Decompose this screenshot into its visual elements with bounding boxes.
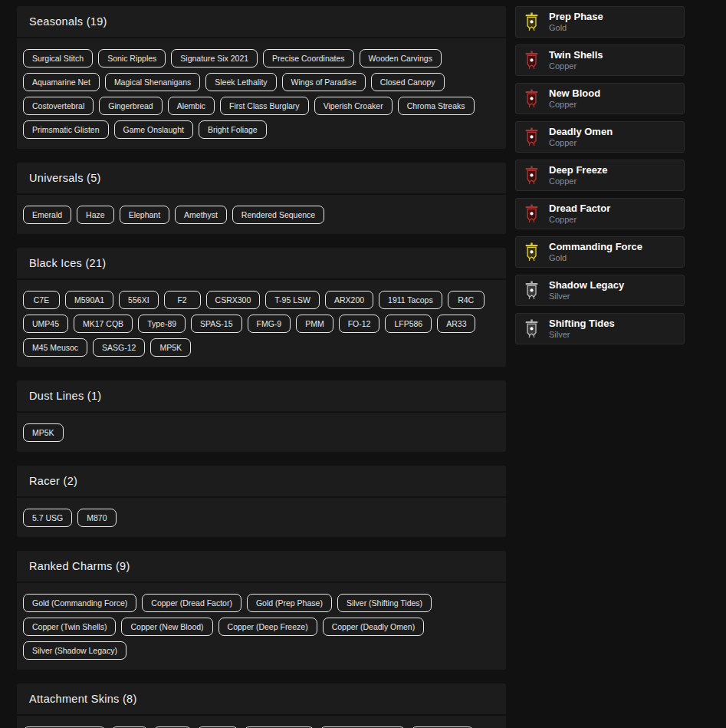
charm-banner-icon (525, 281, 538, 301)
skin-pill[interactable]: Signature Six 2021 (171, 49, 258, 68)
charm-tier-label: Silver (549, 292, 624, 301)
skin-pill[interactable]: Bright Foliage (199, 120, 267, 139)
charm-tier-label: Copper (549, 215, 610, 225)
skin-pill[interactable]: F2 (164, 291, 201, 309)
skin-pill[interactable]: Wooden Carvings (360, 49, 442, 68)
skin-pill[interactable]: Emerald (23, 206, 71, 224)
section-body: Surgical StitchSonic RipplesSignature Si… (17, 38, 506, 149)
skin-pill[interactable]: T-95 LSW (265, 291, 320, 309)
skin-pill[interactable]: Type-89 (138, 315, 186, 333)
skin-pill[interactable]: MK17 CQB (74, 315, 133, 333)
skin-pill[interactable]: Magical Shenanigans (105, 73, 200, 91)
skin-pill[interactable]: M590A1 (65, 291, 113, 309)
charm-name: Deep Freeze (549, 165, 608, 176)
skin-pill[interactable]: Sleek Lethality (205, 73, 276, 91)
charm-card[interactable]: Deadly OmenCopper (515, 121, 685, 153)
skin-pill[interactable]: Alembic (168, 97, 215, 115)
skin-pill[interactable]: Amethyst (175, 206, 227, 224)
skin-pill[interactable]: Wings of Paradise (282, 73, 366, 91)
skin-pill[interactable]: Copper (Deep Freeze) (218, 618, 317, 636)
skin-pill[interactable]: Gingerbread (99, 97, 162, 115)
skin-pill[interactable]: Copper (New Blood) (121, 618, 212, 636)
skin-pill[interactable]: Closed Canopy (371, 73, 445, 91)
charm-name: Commanding Force (549, 242, 642, 252)
skin-pill[interactable]: UMP45 (23, 315, 68, 333)
skin-pill[interactable]: SPAS-15 (191, 315, 241, 333)
skin-pill[interactable]: First Class Burglary (220, 97, 309, 115)
charm-card[interactable]: Shifting TidesSilver (515, 313, 685, 344)
charm-banner-icon (525, 242, 538, 262)
charm-tier-label: Gold (549, 23, 603, 33)
section-title: Attachment Skins (8) (17, 684, 506, 716)
skin-pill[interactable]: Surgical Stitch (23, 49, 93, 68)
skin-pill[interactable]: Precise Coordinates (263, 49, 354, 68)
charm-card[interactable]: New BloodCopper (515, 83, 685, 114)
skin-pill[interactable]: Aquamarine Net (23, 73, 100, 91)
skin-pill[interactable]: M45 Meusoc (23, 338, 87, 357)
skin-pill[interactable]: Chroma Streaks (398, 97, 475, 115)
skin-pill[interactable]: FMG-9 (248, 315, 291, 333)
charm-tier-label: Copper (549, 61, 603, 71)
skin-pill[interactable]: R4C (448, 291, 485, 309)
skin-pill[interactable]: Haze (77, 206, 114, 224)
charm-card[interactable]: Commanding ForceGold (515, 236, 685, 268)
section-body: 5.7 USGM870 (17, 498, 506, 537)
skin-pill[interactable]: Copper (Twin Shells) (23, 618, 116, 636)
skin-pill[interactable]: CSRX300 (206, 291, 261, 309)
section-card: Ranked Charms (9) Gold (Commanding Force… (17, 551, 506, 670)
charm-text: Dread FactorCopper (549, 203, 610, 225)
skin-pill[interactable]: Game Onslaught (114, 120, 193, 139)
skin-pill[interactable]: Elephant (120, 206, 169, 224)
skin-pill[interactable]: 1911 Tacops (379, 291, 442, 309)
skin-pill[interactable]: M870 (77, 509, 116, 527)
section-card: Attachment Skins (8) Recharging AdderGra… (17, 684, 506, 728)
skin-pill[interactable]: 5.7 USG (23, 509, 72, 527)
skin-pill[interactable]: Sonic Ripples (98, 49, 166, 68)
charm-name: New Blood (549, 88, 600, 99)
skin-pill[interactable]: Viperish Croaker (314, 97, 393, 115)
skin-pill[interactable]: Costovertebral (23, 97, 94, 115)
skin-pill[interactable]: MP5K (150, 338, 191, 357)
charm-card[interactable]: Deep FreezeCopper (515, 160, 685, 191)
skin-pill[interactable]: ARX200 (325, 291, 373, 309)
charm-text: Prep PhaseGold (549, 12, 603, 33)
skin-pill[interactable]: AR33 (437, 315, 475, 333)
skin-pill[interactable]: 556XI (119, 291, 158, 309)
section-title: Universals (5) (17, 163, 506, 195)
charm-text: New BloodCopper (549, 88, 600, 110)
charm-card[interactable]: Dread FactorCopper (515, 198, 685, 229)
section-body: EmeraldHazeElephantAmethystRendered Sequ… (17, 195, 506, 234)
charm-tier-label: Silver (549, 330, 615, 340)
charm-tier-label: Copper (549, 100, 600, 110)
skin-pill[interactable]: Gold (Prep Phase) (247, 594, 332, 612)
section-card: Seasonals (19) Surgical StitchSonic Ripp… (17, 6, 506, 149)
charm-card[interactable]: Shadow LegacySilver (515, 275, 685, 306)
skin-pill[interactable]: Gold (Commanding Force) (23, 594, 136, 612)
section-card: Universals (5) EmeraldHazeElephantAmethy… (17, 163, 506, 234)
section-body: Recharging AdderGrayArcticBrownSleek Let… (17, 716, 506, 728)
skin-pill[interactable]: Silver (Shadow Legacy) (23, 641, 126, 660)
charm-text: Deadly OmenCopper (549, 127, 613, 148)
skin-pill[interactable]: MP5K (23, 423, 64, 442)
skin-pill[interactable]: C7E (23, 291, 60, 309)
charm-banner-icon (525, 166, 538, 186)
charm-banner-icon (525, 51, 538, 71)
charm-text: Shadow LegacySilver (549, 280, 624, 301)
skin-pill[interactable]: PMM (296, 315, 333, 333)
skin-pill[interactable]: Rendered Sequence (232, 206, 324, 224)
section-body: Gold (Commanding Force)Copper (Dread Fac… (17, 583, 506, 670)
charm-text: Twin ShellsCopper (549, 50, 603, 71)
skin-pill[interactable]: FO-12 (339, 315, 380, 333)
skin-pill[interactable]: Copper (Deadly Omen) (323, 618, 425, 636)
charm-card[interactable]: Twin ShellsCopper (515, 44, 685, 76)
skin-pill[interactable]: Silver (Shifting Tides) (337, 594, 432, 612)
skin-pill[interactable]: LFP586 (385, 315, 432, 333)
charm-banner-icon (525, 127, 538, 147)
charm-card[interactable]: Prep PhaseGold (515, 6, 685, 38)
skin-pill[interactable]: SASG-12 (93, 338, 145, 357)
section-title: Racer (2) (17, 466, 506, 498)
skins-column: Seasonals (19) Surgical StitchSonic Ripp… (17, 6, 506, 728)
charm-name: Twin Shells (549, 50, 603, 61)
skin-pill[interactable]: Copper (Dread Factor) (142, 594, 241, 612)
skin-pill[interactable]: Primsmatic Glisten (23, 120, 109, 139)
